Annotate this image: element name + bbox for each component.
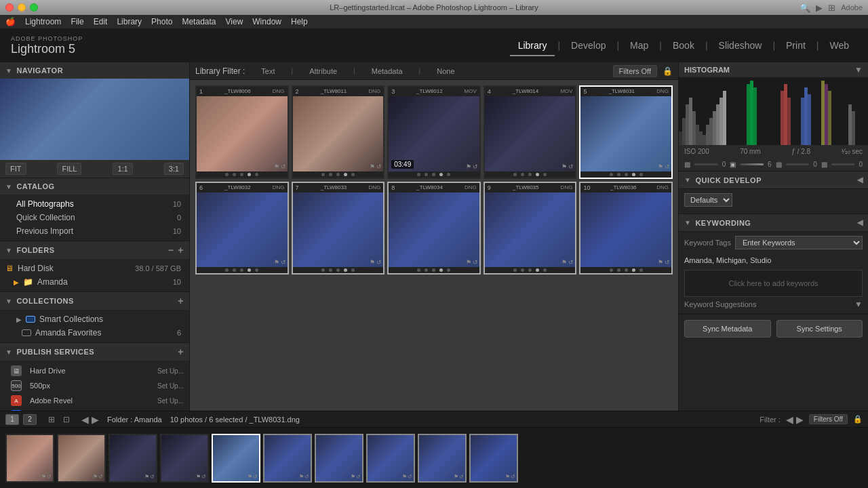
apple-menu[interactable]: 🍎 (5, 17, 16, 26)
filmstrip-cell-5[interactable]: ⚑ ↺ (212, 434, 260, 483)
menu-lightroom[interactable]: Lightroom (25, 17, 61, 26)
folder-item-amanda[interactable]: ▶ 📁 Amanda 10 (0, 275, 189, 289)
collections-add-button[interactable]: + (178, 296, 184, 306)
photo-cell-1[interactable]: 1 _TLW8006 DNG ⚑ ↺ (195, 85, 289, 179)
menu-help[interactable]: Help (291, 17, 308, 26)
tab-develop[interactable]: Develop (563, 36, 614, 55)
histogram-header[interactable]: Histogram ▼ (679, 62, 868, 77)
photo-cell-8[interactable]: 8 _TLW8034 DNG ⚑ ↺ (387, 182, 481, 275)
menu-metadata[interactable]: Metadata (182, 17, 216, 26)
tab-map[interactable]: Map (622, 36, 656, 55)
filmstrip-cell-3[interactable]: ⚑ ↺ (108, 434, 157, 483)
folder-item-hard-disk[interactable]: 🖥 Hard Disk 38.0 / 587 GB (0, 262, 189, 275)
page-2-button[interactable]: 2 (23, 414, 37, 425)
histogram-expand-icon[interactable]: ▼ (854, 65, 863, 75)
menu-view[interactable]: View (226, 17, 243, 26)
photo-cell-4[interactable]: 4 _TLW8014 MOV ⚑ ↺ (484, 85, 577, 179)
catalog-item-all-photographs[interactable]: All Photographs 10 (0, 197, 189, 211)
filter-lock-icon[interactable]: 🔒 (663, 66, 673, 76)
filmstrip-cell-10[interactable]: ⚑ ↺ (469, 434, 518, 483)
keyword-tags-dropdown[interactable]: Enter Keywords (735, 236, 863, 249)
publish-500px-setup[interactable]: Set Up... (157, 382, 184, 390)
collections-item-smart[interactable]: ▶ Smart Collections (0, 312, 189, 326)
zoom-fit-button[interactable]: FIT (5, 163, 26, 175)
close-button[interactable] (5, 3, 14, 12)
catalog-item-previous-import[interactable]: Previous Import 10 (0, 224, 189, 238)
filter-left-arrow[interactable]: ◀ (786, 414, 793, 425)
publish-adobe-revel-setup[interactable]: Set Up... (157, 397, 184, 405)
tab-print[interactable]: Print (778, 36, 814, 55)
maximize-button[interactable] (30, 3, 38, 12)
sync-settings-button[interactable]: Sync Settings (776, 320, 863, 338)
histogram-slider-row-1: ▩ 0 ▣ 6 ▩ 0 ▩ 0 (684, 161, 863, 168)
filter-badge-lock-icon[interactable]: 🔒 (853, 415, 863, 424)
filter-none-option[interactable]: None (431, 66, 460, 77)
loupe-view-button[interactable]: ⊡ (60, 413, 73, 426)
filmstrip-cell-1[interactable]: ⚑ ↺ (5, 434, 54, 483)
publish-services-header[interactable]: ▼ Publish Services + (0, 343, 189, 361)
menu-library[interactable]: Library (117, 17, 142, 26)
publish-item-adobe-revel[interactable]: A Adobe Revel Set Up... (0, 393, 189, 408)
tab-book[interactable]: Book (665, 36, 703, 55)
navigator-header[interactable]: ▼ Navigator (0, 62, 189, 79)
filter-off-badge[interactable]: Filters Off (809, 414, 848, 424)
publish-item-behance[interactable]: Be Behance Set Up... (0, 408, 189, 411)
histogram-slider-4[interactable] (831, 163, 855, 165)
publish-services-add-button[interactable]: + (178, 347, 184, 357)
keyword-add-placeholder[interactable]: Click here to add keywords (728, 279, 818, 287)
spotlight-icon[interactable]: 🔍 (800, 3, 810, 13)
filter-attribute-option[interactable]: Attribute (304, 66, 342, 77)
tab-library[interactable]: Library (510, 36, 555, 55)
filmstrip-cell-9[interactable]: ⚑ ↺ (418, 434, 467, 483)
menu-photo[interactable]: Photo (151, 17, 172, 26)
collections-item-amanda-favorites[interactable]: Amanda Favorites 6 (0, 326, 189, 340)
menu-edit[interactable]: Edit (94, 17, 108, 26)
histogram-slider-3[interactable] (786, 163, 810, 165)
zoom-1-1-button[interactable]: 1:1 (113, 163, 132, 175)
publish-item-hard-drive[interactable]: 🖥 Hard Drive Set Up... (0, 363, 189, 378)
photo-cell-5[interactable]: 5 _TLW8031 DNG ⚑ ↺ (579, 85, 673, 179)
page-1-button[interactable]: 1 (5, 414, 19, 425)
catalog-item-quick-collection[interactable]: Quick Collection 0 (0, 211, 189, 224)
photo-cell-10[interactable]: 10 _TLW8036 DNG ⚑ ↺ (579, 182, 673, 275)
filter-right-arrow[interactable]: ▶ (796, 414, 804, 425)
minimize-button[interactable] (18, 3, 26, 12)
filmstrip-cell-7[interactable]: ⚑ ↺ (315, 434, 363, 483)
menu-window[interactable]: Window (252, 17, 281, 26)
grid-view-button[interactable]: ⊞ (45, 413, 58, 426)
publish-hard-drive-setup[interactable]: Set Up... (157, 367, 184, 375)
sync-metadata-button[interactable]: Sync Metadata (684, 320, 771, 338)
photo-cell-7[interactable]: 7 _TLW8033 DNG ⚑ ↺ (292, 182, 385, 275)
filmstrip-cell-8[interactable]: ⚑ ↺ (366, 434, 415, 483)
filter-text-option[interactable]: Text (256, 66, 280, 77)
menu-file[interactable]: File (71, 17, 83, 26)
keywording-header[interactable]: ▼ Keywording ◀ (679, 214, 868, 231)
filters-off-button[interactable]: Filters Off (613, 65, 657, 77)
photo-cell-9[interactable]: 9 _TLW8035 DNG ⚑ ↺ (484, 182, 577, 275)
publish-item-500px[interactable]: 500 500px Set Up... (0, 378, 189, 393)
tab-web[interactable]: Web (821, 36, 857, 55)
filmstrip-cell-6[interactable]: ⚑ ↺ (263, 434, 312, 483)
folders-header[interactable]: ▼ Folders − + (0, 241, 189, 259)
filmstrip-cell-2[interactable]: ⚑ ↺ (57, 434, 106, 483)
tab-slideshow[interactable]: Slideshow (711, 36, 770, 55)
photo-cell-3[interactable]: 3 _TLW8012 MOV 03:49 ⚑ ↺ (387, 85, 481, 179)
nav-back-arrow[interactable]: ◀ (81, 414, 89, 425)
keyword-add-area[interactable]: Click here to add keywords (684, 270, 863, 297)
catalog-header[interactable]: ▼ Catalog (0, 178, 189, 195)
collections-header[interactable]: ▼ Collections + (0, 292, 189, 310)
rotate-icon: ↺ (568, 259, 574, 266)
histogram-slider-1[interactable] (694, 163, 718, 165)
histogram-slider-2[interactable] (740, 163, 764, 165)
filmstrip-cell-4[interactable]: ⚑ ↺ (160, 434, 209, 483)
filter-metadata-option[interactable]: Metadata (366, 66, 408, 77)
zoom-fill-button[interactable]: FILL (57, 163, 81, 175)
nav-forward-arrow[interactable]: ▶ (92, 414, 99, 425)
folders-remove-button[interactable]: − (168, 245, 174, 255)
quick-develop-preset-select[interactable]: Defaults (684, 193, 732, 207)
quick-develop-header[interactable]: ▼ Quick Develop ◀ (679, 171, 868, 188)
zoom-3-1-button[interactable]: 3:1 (164, 163, 184, 175)
photo-cell-2[interactable]: 2 _TLW8011 DNG ⚑ ↺ (292, 85, 385, 179)
photo-cell-6[interactable]: 6 _TLW8032 DNG ⚑ ↺ (195, 182, 289, 275)
folders-add-button[interactable]: + (178, 245, 184, 255)
